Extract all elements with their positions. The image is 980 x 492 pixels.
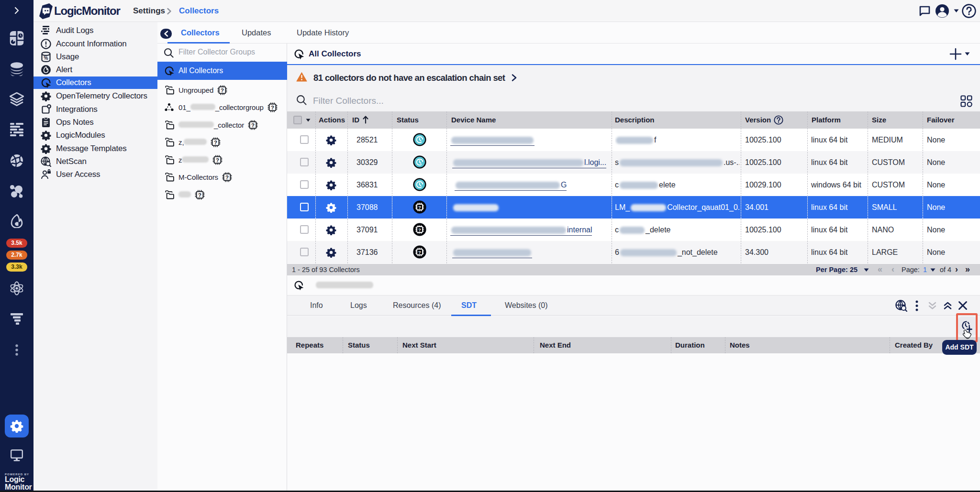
svg-text:%: % bbox=[44, 55, 48, 60]
